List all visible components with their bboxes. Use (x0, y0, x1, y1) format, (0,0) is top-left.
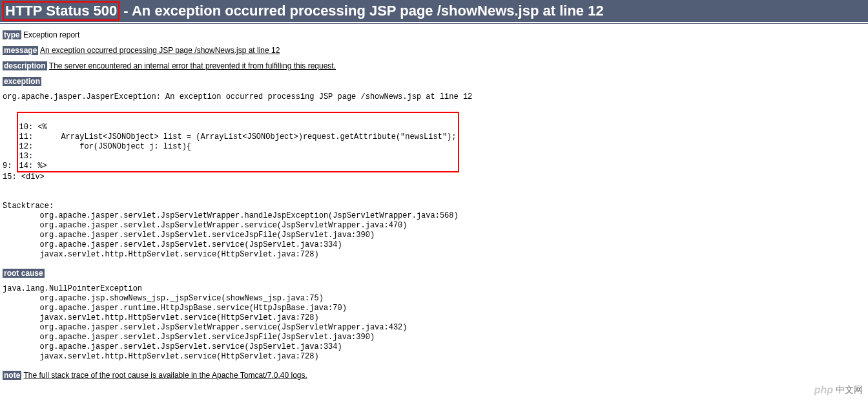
description-line: description The server encountered an in… (3, 61, 865, 70)
description-value: The server encountered an internal error… (49, 61, 336, 70)
note-line: note The full stack trace of the root ca… (3, 371, 865, 380)
type-value: Exception report (21, 30, 80, 39)
description-label: description (3, 61, 47, 70)
exception-post: 15: <div> Stacktrace: org.apache.jasper.… (3, 172, 459, 259)
rootcause-label: root cause (3, 269, 45, 278)
watermark: php 中文网 (814, 384, 863, 386)
code-highlight: 10: <% 11: ArrayList<JSONObject> list = … (17, 112, 459, 172)
page-title: HTTP Status 500 - An exception occurred … (0, 0, 868, 22)
divider (0, 23, 868, 24)
watermark-text: 中文网 (836, 384, 863, 386)
rootcause-block: java.lang.NullPointerException org.apach… (3, 284, 865, 362)
message-line: message An exception occurred processing… (3, 46, 865, 55)
exception-label: exception (3, 77, 41, 86)
status-code: HTTP Status 500 (3, 1, 119, 21)
watermark-php: php (814, 384, 833, 386)
rootcause-line: root cause (3, 269, 865, 278)
message-label: message (3, 46, 38, 55)
note-label: note (3, 371, 21, 380)
type-line: type Exception report (3, 30, 865, 39)
exception-block: org.apache.jasper.JasperException: An ex… (3, 92, 865, 260)
note-value: The full stack trace of the root cause i… (23, 371, 307, 380)
type-label: type (3, 30, 21, 39)
title-rest: - An exception occurred processing JSP p… (119, 3, 603, 19)
exception-line: exception (3, 77, 865, 86)
message-value: An exception occurred processing JSP pag… (40, 46, 280, 55)
